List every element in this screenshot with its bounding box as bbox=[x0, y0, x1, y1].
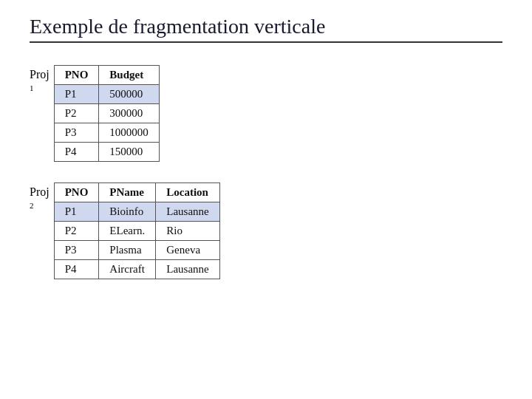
table-row: P1 Bioinfo Lausanne bbox=[54, 202, 219, 222]
fragment2-block: Proj 2 PNO PName Location P1 Bioinfo Lau… bbox=[30, 183, 502, 279]
cell-pno: P3 bbox=[54, 123, 99, 143]
content-area: Proj 1 PNO Budget P1 500000 P2 300000 P3… bbox=[30, 65, 502, 279]
table-row: P4 150000 bbox=[54, 143, 159, 162]
table-row: P2 ELearn. Rio bbox=[54, 222, 219, 241]
cell-pname: Aircraft bbox=[99, 260, 156, 279]
table-row: P3 Plasma Geneva bbox=[54, 241, 219, 260]
cell-pno: P2 bbox=[54, 222, 99, 241]
cell-location: Lausanne bbox=[156, 260, 219, 279]
fragment1-header-row: PNO Budget bbox=[54, 66, 159, 85]
fragment2-col-location: Location bbox=[156, 183, 219, 202]
cell-pno: P2 bbox=[54, 104, 99, 123]
cell-budget: 500000 bbox=[99, 85, 160, 104]
cell-budget: 300000 bbox=[99, 104, 160, 123]
fragment1-col-budget: Budget bbox=[99, 66, 160, 85]
fragment2-table: PNO PName Location P1 Bioinfo Lausanne P… bbox=[54, 183, 220, 279]
cell-location: Rio bbox=[156, 222, 219, 241]
fragment2-proj-num: 2 bbox=[30, 202, 50, 210]
page-title: Exemple de fragmentation verticale bbox=[30, 15, 502, 43]
table-row: P4 Aircraft Lausanne bbox=[54, 260, 219, 279]
table-row: P3 1000000 bbox=[54, 123, 159, 143]
fragment1-table: PNO Budget P1 500000 P2 300000 P3 100000… bbox=[54, 65, 160, 162]
cell-budget: 150000 bbox=[99, 143, 160, 162]
cell-pno: P1 bbox=[54, 202, 99, 222]
page: Exemple de fragmentation verticale Proj … bbox=[0, 0, 532, 399]
cell-location: Geneva bbox=[156, 241, 219, 260]
fragment1-block: Proj 1 PNO Budget P1 500000 P2 300000 P3… bbox=[30, 65, 502, 162]
cell-location: Lausanne bbox=[156, 202, 219, 222]
cell-pname: Bioinfo bbox=[99, 202, 156, 222]
fragment1-proj-word: Proj bbox=[30, 65, 50, 84]
fragment1-proj-num: 1 bbox=[30, 84, 50, 92]
cell-pno: P4 bbox=[54, 143, 99, 162]
cell-pname: Plasma bbox=[99, 241, 156, 260]
cell-pname: ELearn. bbox=[99, 222, 156, 241]
fragment2-proj-word: Proj bbox=[30, 183, 50, 202]
fragment1-proj-label: Proj 1 bbox=[30, 65, 50, 92]
fragment2-header-row: PNO PName Location bbox=[54, 183, 219, 202]
cell-pno: P4 bbox=[54, 260, 99, 279]
table-row: P1 500000 bbox=[54, 85, 159, 104]
fragment2-proj-label: Proj 2 bbox=[30, 183, 50, 210]
cell-pno: P1 bbox=[54, 85, 99, 104]
fragment2-col-pno: PNO bbox=[54, 183, 99, 202]
cell-pno: P3 bbox=[54, 241, 99, 260]
cell-budget: 1000000 bbox=[99, 123, 160, 143]
table-row: P2 300000 bbox=[54, 104, 159, 123]
fragment2-col-pname: PName bbox=[99, 183, 156, 202]
fragment1-col-pno: PNO bbox=[54, 66, 99, 85]
